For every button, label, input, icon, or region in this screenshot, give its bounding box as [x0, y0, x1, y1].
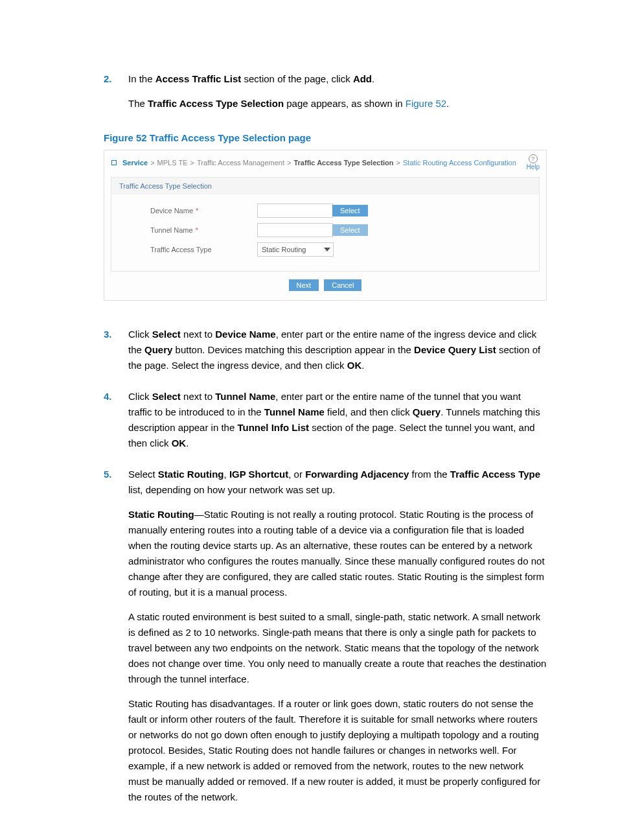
text: page appears, as shown in: [284, 98, 406, 109]
figure-caption: Figure 52 Traffic Access Type Selection …: [104, 132, 547, 143]
text-bold: Access Traffic List: [155, 73, 242, 84]
text-bold: Device Query List: [414, 344, 496, 355]
text: next to: [181, 391, 215, 402]
text-bold: Static Routing: [128, 509, 194, 520]
text-bold: Add: [353, 73, 372, 84]
step-number: 2.: [104, 71, 128, 121]
step-body: Select Static Routing, IGP Shortcut, or …: [128, 467, 547, 814]
step-number: 5.: [104, 467, 128, 814]
text: ,: [224, 469, 229, 480]
text: —Static Routing is not really a routing …: [128, 509, 545, 598]
text-bold: OK: [172, 438, 187, 449]
text-bold: Select: [152, 391, 181, 402]
text: Click: [128, 329, 152, 340]
form: Device Name* Select Tunnel Name* Select …: [111, 194, 539, 271]
breadcrumb: Service > MPLS TE > Traffic Access Manag…: [111, 159, 516, 167]
text: A static routed environment is best suit…: [128, 609, 547, 687]
traffic-type-row: Traffic Access Type Static Routing: [150, 242, 526, 257]
text-bold: Query: [413, 406, 441, 417]
text: , or: [288, 469, 305, 480]
cancel-button[interactable]: Cancel: [324, 279, 361, 291]
text-bold: Device Name: [215, 329, 275, 340]
text-bold: Tunnel Info List: [237, 422, 309, 433]
text-bold: Select: [152, 329, 181, 340]
step-number: 4.: [104, 389, 128, 460]
text-bold: Tunnel Name: [264, 406, 325, 417]
bc-sep: >: [287, 159, 291, 167]
device-name-input[interactable]: [257, 204, 333, 218]
text-bold: Query: [144, 344, 172, 355]
text: .: [446, 98, 449, 109]
step-5: 5. Select Static Routing, IGP Shortcut, …: [104, 467, 547, 814]
text-bold: Static Routing: [158, 469, 224, 480]
service-icon: [111, 159, 117, 166]
text: .: [186, 438, 189, 449]
bc-mpls[interactable]: MPLS TE: [157, 159, 188, 167]
text-bold: OK: [347, 360, 362, 371]
tunnel-name-input[interactable]: [257, 223, 333, 237]
tunnel-name-label: Tunnel Name*: [150, 226, 257, 234]
text: In the: [128, 73, 155, 84]
figure-link[interactable]: Figure 52: [406, 98, 446, 109]
device-select-button[interactable]: Select: [332, 205, 368, 216]
step-4: 4. Click Select next to Tunnel Name, ent…: [104, 389, 547, 460]
bc-sep: >: [150, 159, 154, 167]
text: Click: [128, 391, 152, 402]
required-asterisk: *: [196, 226, 198, 234]
step-number: 3.: [104, 327, 128, 382]
text: .: [372, 73, 374, 84]
breadcrumb-bar: Service > MPLS TE > Traffic Access Manag…: [104, 150, 546, 173]
text: button. Devices matching this descriptio…: [172, 344, 414, 355]
device-name-row: Device Name* Select: [150, 204, 526, 218]
next-button[interactable]: Next: [289, 279, 319, 291]
figure-screenshot: Service > MPLS TE > Traffic Access Manag…: [104, 150, 547, 301]
text: next to: [181, 329, 215, 340]
text-bold: Forwarding Adjacency: [305, 469, 409, 480]
tunnel-name-row: Tunnel Name* Select: [150, 223, 526, 237]
help-icon: ?: [529, 154, 538, 163]
step-body: Click Select next to Tunnel Name, enter …: [128, 389, 547, 460]
bc-current: Traffic Access Type Selection: [293, 159, 393, 167]
step-2: 2. In the Access Traffic List section of…: [104, 71, 547, 121]
label-text: Tunnel Name: [150, 226, 193, 234]
help-link[interactable]: ? Help: [526, 154, 540, 170]
step-body: Click Select next to Device Name, enter …: [128, 327, 547, 382]
text: .: [361, 360, 364, 371]
text: Static Routing has disadvantages. If a r…: [128, 696, 547, 805]
text: from the: [409, 469, 450, 480]
text-bold: Traffic Access Type: [450, 469, 540, 480]
device-name-label: Device Name*: [150, 207, 257, 215]
select-value: Static Routing: [262, 246, 306, 253]
text-bold: Tunnel Name: [215, 391, 275, 402]
text-bold: Traffic Access Type Selection: [148, 98, 284, 109]
section-title: Traffic Access Type Selection: [111, 178, 539, 194]
traffic-type-select[interactable]: Static Routing: [257, 242, 334, 257]
label-text: Device Name: [150, 207, 193, 215]
text: The: [128, 98, 148, 109]
text: section of the page, click: [241, 73, 353, 84]
form-actions: Next Cancel: [104, 272, 546, 300]
required-asterisk: *: [196, 207, 198, 215]
tunnel-select-button[interactable]: Select: [332, 224, 368, 236]
bc-sep: >: [190, 159, 194, 167]
text: Select: [128, 469, 158, 480]
text: list, depending on how your network was …: [128, 484, 335, 495]
step-body: In the Access Traffic List section of th…: [128, 71, 547, 121]
step-3: 3. Click Select next to Device Name, ent…: [104, 327, 547, 382]
form-section: Traffic Access Type Selection Device Nam…: [111, 177, 540, 272]
text-bold: IGP Shortcut: [229, 469, 288, 480]
bc-tam[interactable]: Traffic Access Management: [197, 159, 284, 167]
bc-service[interactable]: Service: [122, 159, 148, 167]
chevron-down-icon: [324, 248, 330, 251]
bc-next[interactable]: Static Routing Access Configuration: [403, 159, 516, 167]
traffic-type-label: Traffic Access Type: [150, 246, 257, 253]
text: field, and then click: [325, 406, 413, 417]
help-label: Help: [526, 163, 540, 170]
bc-sep: >: [396, 159, 400, 167]
